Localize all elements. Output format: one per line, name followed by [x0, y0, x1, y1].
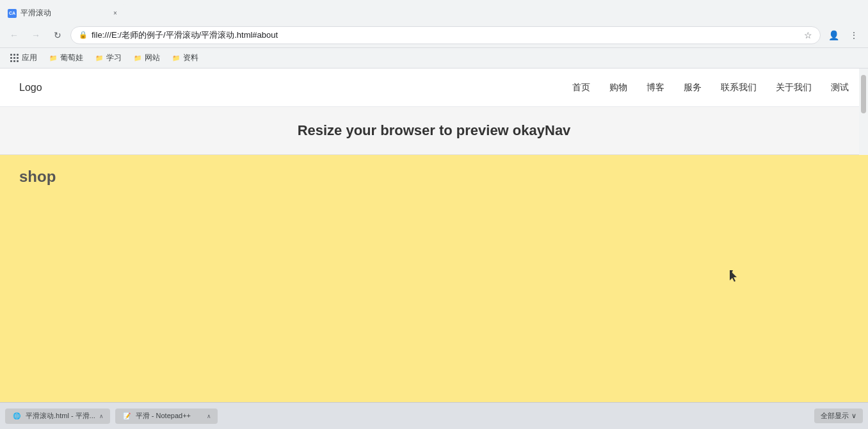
profile-icon: 👤: [828, 30, 839, 40]
taskbar-right: 全部显示 ∨: [814, 409, 863, 423]
apps-icon: [10, 54, 19, 63]
reload-button[interactable]: ↻: [49, 26, 67, 44]
forward-button[interactable]: →: [27, 26, 45, 44]
site-logo[interactable]: Logo: [19, 82, 42, 93]
active-tab[interactable]: CA 平滑滚动 ×: [0, 4, 128, 22]
nav-link-home[interactable]: 首页: [572, 82, 590, 93]
bookmarks-bar: 应用 📁 葡萄娃 📁 学习 📁 网站 📁 资料: [0, 48, 868, 69]
show-all-chevron-icon: ∨: [851, 412, 856, 420]
taskbar-chevron-icon-2: ∧: [207, 413, 211, 419]
page-content: Logo 首页 购物 博客 服务 联系我们 关于我们 测试 Resize you…: [0, 69, 868, 402]
bookmark-star-icon[interactable]: ☆: [804, 30, 812, 40]
menu-icon: ⋮: [849, 30, 858, 40]
scrollbar-thumb[interactable]: [861, 75, 866, 113]
show-all-button[interactable]: 全部显示 ∨: [814, 409, 863, 423]
menu-button[interactable]: ⋮: [845, 26, 863, 44]
nav-link-about[interactable]: 关于我们: [776, 82, 812, 93]
nav-link-shop[interactable]: 购物: [609, 82, 627, 93]
bookmark-label: 葡萄娃: [60, 53, 83, 63]
site-nav: 首页 购物 博客 服务 联系我们 关于我们 测试: [572, 82, 849, 93]
bookmark-folder-icon: 📁: [49, 54, 58, 63]
taskbar-item-browser[interactable]: 🌐 平滑滚动.html - 平滑... ∧: [5, 409, 110, 424]
tab-favicon: CA: [8, 9, 17, 18]
url-text: file:///E:/老师的例子/平滑滚动/平滑滚动.html#about: [92, 29, 800, 41]
taskbar-editor-icon: 📝: [122, 411, 132, 421]
nav-link-blog[interactable]: 博客: [647, 82, 664, 93]
section-label: shop: [19, 168, 56, 185]
nav-link-test[interactable]: 测试: [831, 82, 849, 93]
bookmark-folder-icon-2: 📁: [95, 54, 104, 63]
security-icon: 🔒: [79, 31, 88, 39]
cursor-indicator: [730, 270, 740, 283]
show-all-label: 全部显示: [821, 411, 849, 421]
address-bar-row: ← → ↻ 🔒 file:///E:/老师的例子/平滑滚动/平滑滚动.html#…: [0, 22, 868, 48]
bookmark-label-website: 网站: [145, 53, 160, 63]
nav-link-contact[interactable]: 联系我们: [721, 82, 757, 93]
tab-title: 平滑滚动: [20, 8, 106, 19]
preview-banner: Resize your browser to preview okayNav: [0, 107, 868, 155]
bookmark-item-resource[interactable]: 📁 资料: [166, 51, 204, 65]
bookmark-folder-icon-3: 📁: [133, 54, 142, 63]
nav-link-service[interactable]: 服务: [684, 82, 702, 93]
profile-button[interactable]: 👤: [824, 26, 842, 44]
address-bar[interactable]: 🔒 file:///E:/老师的例子/平滑滚动/平滑滚动.html#about …: [70, 26, 821, 44]
yellow-section: shop: [0, 155, 868, 402]
preview-text: Resize your browser to preview okayNav: [298, 122, 571, 139]
apps-label: 应用: [22, 53, 37, 63]
bookmark-label-resource: 资料: [183, 53, 198, 63]
site-navbar: Logo 首页 购物 博客 服务 联系我们 关于我们 测试: [0, 69, 868, 107]
back-button[interactable]: ←: [5, 26, 23, 44]
taskbar-editor-title: 平滑 - Notepad++: [136, 411, 203, 421]
taskbar-browser-title: 平滑滚动.html - 平滑...: [26, 411, 95, 421]
bookmark-folder-icon-4: 📁: [172, 54, 181, 63]
bookmarks-apps-item[interactable]: 应用: [5, 51, 42, 65]
bookmark-label-study: 学习: [106, 53, 122, 63]
chrome-browser: CA 平滑滚动 × ← → ↻ 🔒 file:///E:/老师的例子/平滑滚动/…: [0, 0, 868, 429]
bookmark-item-putaowa[interactable]: 📁 葡萄娃: [44, 51, 88, 65]
taskbar-chevron-icon: ∧: [99, 413, 104, 419]
bookmark-item-website[interactable]: 📁 网站: [128, 51, 165, 65]
taskbar-browser-icon: 🌐: [12, 411, 22, 421]
taskbar-item-editor[interactable]: 📝 平滑 - Notepad++ ∧: [115, 409, 218, 424]
bookmark-item-study[interactable]: 📁 学习: [90, 51, 127, 65]
tab-bar: CA 平滑滚动 ×: [0, 0, 868, 22]
taskbar: 🌐 平滑滚动.html - 平滑... ∧ 📝 平滑 - Notepad++ ∧…: [0, 402, 868, 429]
toolbar-right: 👤 ⋮: [824, 26, 863, 44]
tab-close-button[interactable]: ×: [110, 8, 120, 19]
